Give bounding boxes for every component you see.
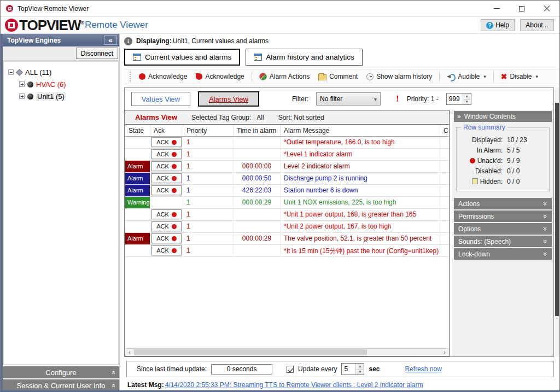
engine-tree: ALL (11)HVAC (6)Unit1 (5) (3, 61, 119, 365)
toolbar-acknowledge-button[interactable]: Acknowledge (193, 71, 247, 82)
tab-alarm-history-and-analytics[interactable]: Alarm history and analytics (246, 49, 362, 66)
toolbar-comment-button[interactable]: Comment (316, 71, 360, 82)
configure-bar[interactable]: Configure » (3, 366, 119, 378)
ack-button[interactable]: ACK (151, 209, 182, 219)
ack-button[interactable]: ACK (151, 185, 182, 195)
about-button[interactable]: About... (520, 19, 554, 31)
refresh-now-link[interactable]: Refresh now (405, 365, 441, 373)
folder-icon (318, 74, 326, 80)
ack-button[interactable]: ACK (151, 173, 182, 183)
ack-button[interactable]: ACK (151, 245, 182, 255)
table-row[interactable]: AlarmACK1000:00:00Level 2 indicator alar… (125, 161, 449, 173)
section-permissions[interactable]: Permissions» (454, 210, 552, 222)
spinner-up-icon: ▲ (463, 93, 471, 99)
ack-button[interactable]: ACK (151, 149, 182, 159)
section-label: Sounds: (Speech) (458, 238, 511, 245)
scroll-right-icon[interactable] (440, 349, 449, 355)
scroll-thumb[interactable] (134, 349, 367, 355)
spinner-up-icon: ▲ (356, 364, 364, 369)
since-update-label: Since last timed update: (137, 365, 207, 373)
current-values-container: Values View Alarms View Filter: No filte… (124, 87, 554, 357)
ack-button[interactable]: ACK (151, 233, 182, 243)
unacknowledged-dot-icon (172, 212, 177, 217)
toolbar-acknowledge-button[interactable]: Acknowledge (136, 71, 190, 82)
table-row[interactable]: AlarmACK1426:22:03Station number 6 is do… (125, 185, 449, 197)
toolbar-audible-button[interactable]: Audible▾ (444, 71, 489, 82)
toolbar-item-label: Audible (458, 73, 480, 80)
section-sounds-speech-[interactable]: Sounds: (Speech)» (454, 236, 552, 247)
alarms-view-button[interactable]: Alarms View (198, 91, 259, 107)
table-row[interactable]: AlarmACK1000:00:29The valve position, 52… (125, 233, 449, 245)
priority-spinner[interactable]: ▲▼ (463, 93, 471, 104)
sidebar-item-unit1[interactable]: Unit1 (5) (8, 90, 118, 102)
column-header-priority[interactable]: Priority (183, 125, 234, 136)
disconnect-button[interactable]: Disconnect (76, 48, 118, 59)
section-label: Permissions (458, 213, 494, 220)
comment-cell (440, 209, 449, 220)
table-row[interactable]: ACK1*It is 15 min (15分钟) past the hour (… (125, 245, 449, 257)
horizontal-scrollbar[interactable] (125, 348, 449, 356)
section-actions[interactable]: Actions» (454, 198, 552, 209)
close-button[interactable] (534, 1, 559, 16)
ack-button[interactable]: ACK (151, 161, 182, 171)
tab-current-values-and-alarms[interactable]: Current values and alarms (124, 49, 240, 66)
priority-cell: 1 (183, 197, 234, 208)
section-options[interactable]: Options» (454, 223, 552, 235)
scroll-thumb[interactable] (555, 103, 559, 316)
update-interval-input[interactable]: 5 ▲▼ (341, 363, 364, 375)
table-row[interactable]: AlarmACK1000:00:50Discharge pump 2 is ru… (125, 173, 449, 185)
ack-button[interactable]: ACK (151, 137, 182, 147)
column-header-time-in-alarm[interactable]: Time in alarm (234, 125, 281, 136)
maximize-button[interactable] (509, 1, 534, 16)
priority-cell: 1 (183, 149, 234, 160)
column-header-c[interactable]: C (440, 125, 449, 136)
window-controls (484, 1, 559, 16)
sidebar-collapse-button[interactable]: « (104, 36, 117, 45)
ack-cell: ACK (150, 245, 183, 256)
toolbar-alarm-actions-button[interactable]: Alarm Actions (256, 71, 312, 82)
latest-msg-link[interactable]: 4/14/2020 2:55:33 PM: Streaming TTS to R… (165, 381, 423, 389)
session-user-info-bar[interactable]: Session & Current User Info » (3, 379, 119, 391)
tree-expander-icon[interactable] (19, 93, 25, 99)
ack-button[interactable]: ACK (151, 221, 182, 231)
filter-dropdown[interactable]: No filter ▾ (316, 92, 381, 106)
table-row[interactable]: ACK1*Outlet temperature, 166.0, is too h… (125, 137, 449, 149)
table-row[interactable]: ACK1*Unit 1 power output, 168, is greate… (125, 209, 449, 221)
table-row[interactable]: Warning1000:00:29Unit 1 NOX emissions, 2… (125, 197, 449, 209)
column-header-alarm-message[interactable]: Alarm Message (281, 125, 440, 136)
table-row[interactable]: ACK1*Unit 2 power output, 167, is too hi… (125, 221, 449, 233)
table-row[interactable]: ACK1*Level 1 indicator alarm (125, 149, 449, 161)
help-button[interactable]: Help (481, 19, 515, 31)
unacknowledged-dot-icon (172, 236, 177, 241)
column-header-state[interactable]: State (125, 125, 150, 136)
ack-label: ACK (156, 175, 169, 182)
row-summary-group: Row summary Displayed:10 / 23In Alarm:5 … (456, 127, 550, 191)
scroll-track[interactable] (134, 349, 440, 356)
ack-label: ACK (156, 163, 169, 169)
summary-row: Hidden:0 / 0 (459, 176, 546, 186)
interval-spinner[interactable]: ▲▼ (355, 364, 364, 375)
tree-expander-icon[interactable] (19, 81, 25, 87)
column-header-ack[interactable]: Ack (150, 125, 183, 136)
minimize-icon (494, 8, 500, 9)
tag-group-value: All (256, 114, 264, 121)
scroll-left-icon[interactable] (125, 349, 134, 355)
toolbar-disable-button[interactable]: Disable▾ (498, 71, 541, 82)
update-every-checkbox[interactable] (287, 366, 294, 373)
minimize-button[interactable] (484, 1, 509, 16)
sidebar-item-all[interactable]: ALL (11) (8, 66, 118, 78)
values-view-button[interactable]: Values View (131, 92, 190, 106)
priority-cell: 1 (183, 233, 234, 244)
toolbar-show-alarm-history-button[interactable]: Show alarm history (364, 71, 435, 82)
engines-header: TopView Engines « (3, 34, 119, 46)
sidebar-item-hvac[interactable]: HVAC (6) (8, 78, 118, 90)
update-every-label: Update every (298, 365, 337, 373)
vertical-scrollbar[interactable] (555, 87, 559, 357)
tree-expander-icon[interactable] (8, 69, 14, 75)
section-label: Options (458, 225, 481, 233)
state-cell (125, 137, 150, 148)
window-contents-header[interactable]: » Window Contents (454, 111, 552, 122)
priority-max-input[interactable]: 999 ▲▼ (446, 93, 471, 105)
section-lock-down[interactable]: Lock-down» (454, 248, 552, 260)
chevron-down-icon: » (541, 214, 550, 218)
